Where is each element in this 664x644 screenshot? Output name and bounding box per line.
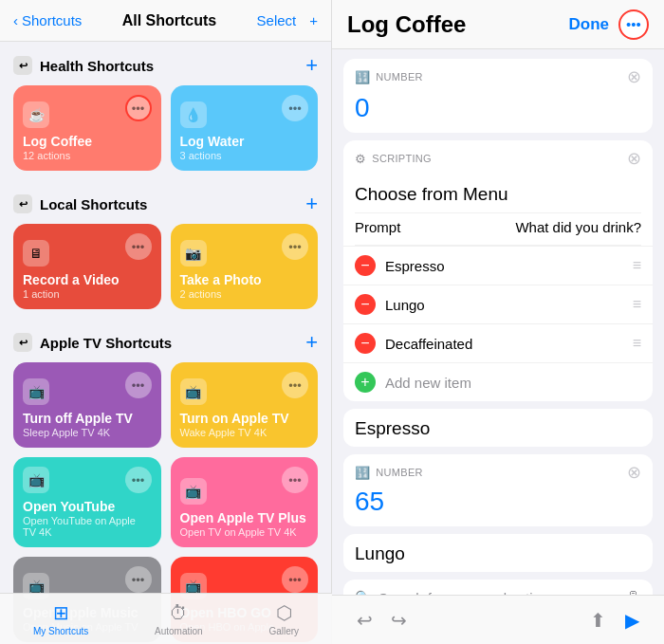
record-video-more-button[interactable]: •••	[125, 233, 152, 260]
record-video-subtitle: 1 action	[23, 288, 152, 300]
turn-off-tv-more[interactable]: •••	[125, 372, 152, 398]
scripting-type-icon: ⚙	[355, 152, 366, 166]
turn-on-tv-subtitle: Wake Apple TV 4K	[180, 427, 309, 438]
health-section-add[interactable]: +	[305, 55, 318, 76]
log-coffee-title: Log Coffee	[23, 134, 152, 149]
top-nav: ‹ Shortcuts All Shortcuts Select +	[0, 0, 331, 42]
log-water-card[interactable]: ••• 💧 Log Water 3 actions	[171, 85, 319, 171]
back-button[interactable]: ‹ Shortcuts	[13, 12, 82, 28]
local-section-add[interactable]: +	[305, 193, 318, 214]
number-65-card: 🔢 NUMBER ⊗ 65	[343, 454, 653, 526]
my-shortcuts-icon: ⊞	[53, 601, 69, 624]
local-section-title: ↩ Local Shortcuts	[13, 194, 147, 213]
log-coffee-subtitle: 12 actions	[23, 150, 152, 161]
lungo-drag-handle[interactable]: ≡	[633, 296, 641, 313]
shortcuts-scroll: ↩ Health Shortcuts + ••• ☕ Log Coffee 12…	[0, 42, 331, 644]
add-shortcut-button[interactable]: +	[309, 12, 318, 28]
log-coffee-icon: ☕	[23, 101, 49, 128]
take-photo-more-button[interactable]: •••	[282, 233, 308, 260]
turn-off-tv-card[interactable]: ••• 📺 Turn off Apple TV Sleep Apple TV 4…	[13, 362, 161, 448]
record-video-title: Record a Video	[23, 272, 152, 287]
turn-on-tv-card[interactable]: ••• 📺 Turn on Apple TV Wake Apple TV 4K	[171, 362, 319, 448]
health-section-icon: ↩	[13, 56, 32, 75]
right-header: Log Coffee Done •••	[332, 0, 664, 49]
redo-button[interactable]: ↪	[381, 603, 415, 637]
add-item-label[interactable]: Add new item	[385, 375, 471, 391]
health-section-label: Health Shortcuts	[40, 58, 154, 74]
open-youtube-more[interactable]: •••	[125, 467, 152, 493]
share-button[interactable]: ⬆	[581, 603, 615, 637]
appletv-section-add[interactable]: +	[305, 332, 318, 353]
remove-espresso-button[interactable]: −	[355, 255, 376, 276]
search-bar: 🔍 Search for apps and actions 🎙	[343, 580, 653, 595]
number-action-close[interactable]: ⊗	[627, 66, 641, 87]
number-65-type-icon: 🔢	[355, 466, 370, 480]
right-panel: Log Coffee Done ••• 🔢 NUMBER ⊗ 0 ⚙	[332, 0, 664, 644]
record-video-card[interactable]: ••• 🖥 Record a Video 1 action	[13, 224, 161, 309]
undo-button[interactable]: ↩	[347, 603, 381, 637]
lungo-item-label: Lungo	[385, 297, 425, 313]
open-youtube-card[interactable]: ••• 📺 Open YouTube Open YouTube on Apple…	[13, 457, 161, 547]
local-section-label: Local Shortcuts	[40, 196, 147, 212]
log-coffee-card[interactable]: ••• ☕ Log Coffee 12 actions	[13, 85, 161, 171]
take-photo-subtitle: 2 actions	[180, 288, 309, 300]
scripting-action-close[interactable]: ⊗	[627, 148, 641, 169]
nav-actions: Select +	[257, 12, 318, 28]
done-button[interactable]: Done	[569, 15, 610, 34]
log-water-subtitle: 3 actions	[180, 150, 309, 161]
tab-my-shortcuts[interactable]: ⊞ My Shortcuts	[33, 601, 88, 636]
more-options-button[interactable]: •••	[618, 9, 649, 40]
number-type-label: 🔢 NUMBER	[355, 70, 423, 84]
log-coffee-more-button[interactable]: •••	[125, 95, 152, 121]
lungo-section-label: Lungo	[343, 534, 653, 572]
my-shortcuts-label: My Shortcuts	[33, 626, 88, 636]
open-appletv-plus-more[interactable]: •••	[282, 467, 308, 493]
left-panel: ‹ Shortcuts All Shortcuts Select + ↩ Hea…	[0, 0, 332, 644]
turn-off-tv-icon: 📺	[23, 378, 49, 405]
tab-automation[interactable]: ⏱ Automation	[155, 602, 203, 636]
appletv-section-header: ↩ Apple TV Shortcuts +	[0, 319, 331, 359]
open-youtube-title: Open YouTube	[23, 499, 152, 514]
tab-gallery[interactable]: ⬡ Gallery	[268, 601, 299, 636]
log-water-more-button[interactable]: •••	[282, 95, 308, 121]
open-youtube-subtitle: Open YouTube on Apple TV 4K	[23, 515, 152, 538]
number-65-close[interactable]: ⊗	[627, 462, 641, 483]
open-appletv-plus-icon: 📺	[180, 478, 207, 505]
scripting-action-card: ⚙ SCRIPTING ⊗ Choose from Menu Prompt Wh…	[343, 140, 653, 401]
take-photo-card[interactable]: ••• 📷 Take a Photo 2 actions	[171, 224, 319, 309]
open-apple-music-more[interactable]: •••	[125, 566, 152, 593]
menu-item-lungo: − Lungo ≡	[343, 285, 653, 323]
remove-lungo-button[interactable]: −	[355, 294, 376, 315]
select-button[interactable]: Select	[257, 12, 297, 28]
play-button[interactable]: ▶	[615, 603, 649, 637]
prompt-value[interactable]: What did you drink?	[515, 219, 641, 235]
number-action-value[interactable]: 0	[343, 93, 653, 133]
menu-item-decaf-left: − Decaffeinated	[355, 333, 472, 354]
scripting-type-label: ⚙ SCRIPTING	[355, 152, 432, 166]
number-65-value[interactable]: 65	[343, 487, 653, 526]
number-action-header: 🔢 NUMBER ⊗	[343, 59, 653, 93]
nav-title: All Shortcuts	[122, 12, 217, 29]
record-video-icon: 🖥	[23, 240, 49, 267]
turn-off-tv-title: Turn off Apple TV	[23, 411, 152, 426]
open-appletv-plus-card[interactable]: ••• 📺 Open Apple TV Plus Open TV on Appl…	[171, 457, 319, 547]
menu-item-decaf: − Decaffeinated ≡	[343, 323, 653, 362]
number-type-icon: 🔢	[355, 70, 370, 84]
open-hbo-more[interactable]: •••	[282, 566, 308, 593]
add-item-button[interactable]: +	[355, 372, 376, 393]
open-youtube-icon: 📺	[23, 467, 49, 493]
health-section-title: ↩ Health Shortcuts	[13, 56, 154, 75]
espresso-drag-handle[interactable]: ≡	[633, 257, 641, 274]
page-title: Log Coffee	[347, 11, 466, 38]
menu-item-espresso-left: − Espresso	[355, 255, 445, 276]
local-section-icon: ↩	[13, 194, 32, 213]
chevron-left-icon: ‹	[13, 12, 18, 28]
turn-on-tv-more[interactable]: •••	[282, 372, 308, 398]
appletv-section-title: ↩ Apple TV Shortcuts	[13, 333, 172, 352]
back-label[interactable]: Shortcuts	[22, 12, 82, 28]
decaf-drag-handle[interactable]: ≡	[633, 335, 641, 352]
menu-item-espresso: − Espresso ≡	[343, 246, 653, 285]
right-content: 🔢 NUMBER ⊗ 0 ⚙ SCRIPTING ⊗ Choose from M…	[332, 49, 664, 595]
remove-decaf-button[interactable]: −	[355, 333, 376, 354]
scripting-action-title: Choose from Menu	[343, 175, 653, 212]
